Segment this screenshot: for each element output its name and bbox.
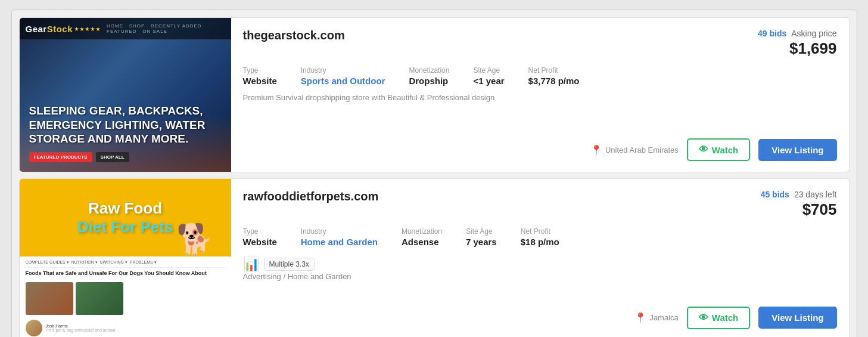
chart-icon-rawfood: 📊 — [243, 256, 259, 272]
attr-siteage-label-rawfood: Site Age — [466, 227, 497, 236]
rawfood-nav: COMPLETE GUIDES ▾ NUTRITION ▾ SWITCHING … — [26, 260, 225, 268]
listing-attrs-gearstock: Type Website Industry Sports and Outdoor… — [243, 66, 837, 86]
location-text-rawfood: Jamaica — [649, 313, 678, 322]
rawfood-article-images — [26, 282, 225, 315]
author-text: Josh HarmsI'm a pet & dog enthusiast and… — [46, 324, 116, 332]
location-text-gearstock: United Arab Emirates — [605, 146, 679, 154]
attr-monetization-label-gearstock: Monetization — [409, 66, 449, 75]
rawfood-top-banner: Raw FoodDiet For Pets 🐕 — [20, 179, 231, 256]
view-listing-button-rawfood[interactable]: View Listing — [758, 307, 836, 329]
shop-all-btn[interactable]: SHOP ALL — [96, 152, 129, 162]
listing-header-rawfood: rawfooddietforpets.com 45 bids 23 days l… — [243, 190, 837, 219]
location-badge-rawfood: 📍 Jamaica — [634, 312, 678, 323]
listing-content-gearstock: thegearstock.com 49 bids Asking price $1… — [231, 18, 849, 172]
rawfood-logo: Raw FoodDiet For Pets — [77, 199, 173, 236]
rawfood-article-title: Foods That are Safe and Unsafe For Our D… — [26, 270, 225, 277]
location-icon-rawfood: 📍 — [634, 312, 646, 323]
attr-siteage-rawfood: Site Age 7 years — [466, 227, 497, 247]
attr-type-value-gearstock: Website — [243, 76, 277, 86]
asking-price-rawfood: $705 — [802, 200, 837, 219]
author-avatar — [26, 320, 42, 336]
listing-image-gearstock: GearStock ★★★★★ HOME SHOP RECENTLY ADDED… — [20, 18, 231, 172]
attr-type-rawfood: Type Website — [243, 227, 277, 247]
attr-type-label-rawfood: Type — [243, 227, 277, 236]
attr-netprofit-gearstock: Net Profit $3,778 p/mo — [528, 66, 580, 86]
listing-footer-rawfood: 📍 Jamaica 👁 Watch View Listing — [243, 307, 837, 329]
attr-type-value-rawfood: Website — [243, 237, 277, 247]
listing-header-gearstock: thegearstock.com 49 bids Asking price $1… — [243, 29, 837, 58]
location-badge-gearstock: 📍 United Arab Emirates — [590, 144, 679, 156]
listing-meta-rawfood: 45 bids 23 days left $705 — [761, 190, 837, 219]
attr-netprofit-rawfood: Net Profit $18 p/mo — [521, 227, 559, 247]
attr-siteage-value-gearstock: <1 year — [473, 76, 504, 86]
attr-type-gearstock: Type Website — [243, 66, 277, 86]
attr-netprofit-label-rawfood: Net Profit — [521, 227, 559, 236]
attr-monetization-rawfood: Monetization Adsense — [402, 227, 442, 247]
listing-headline: SLEEPING GEAR, BACKPACKS, EMERGENCY LIGH… — [29, 104, 222, 146]
listing-card-rawfood: Raw FoodDiet For Pets 🐕 COMPLETE GUIDES … — [19, 178, 850, 337]
asking-price-gearstock: $1,699 — [789, 39, 837, 58]
featured-products-btn[interactable]: FEATURED PRODUCTS — [29, 152, 92, 162]
watch-label-rawfood: Watch — [712, 313, 738, 323]
attr-industry-gearstock: Industry Sports and Outdoor — [301, 66, 385, 86]
attr-monetization-value-gearstock: Dropship — [409, 76, 449, 86]
listing-attrs-rawfood: Type Website Industry Home and Garden Mo… — [243, 227, 837, 247]
bids-line-rawfood: 45 bids 23 days left — [761, 190, 837, 199]
eye-icon-gearstock: 👁 — [699, 144, 708, 155]
attr-type-label-gearstock: Type — [243, 66, 277, 75]
watch-button-gearstock[interactable]: 👁 Watch — [687, 138, 750, 161]
multiple-badge-rawfood: Multiple 3.3x — [264, 258, 315, 271]
rawfood-bottom-content: COMPLETE GUIDES ▾ NUTRITION ▾ SWITCHING … — [20, 256, 231, 337]
brand-stars: ★★★★★ — [74, 26, 101, 32]
bids-line-gearstock: 49 bids Asking price — [758, 29, 837, 38]
attr-industry-value-rawfood: Home and Garden — [301, 237, 378, 247]
rawfood-img-2 — [76, 282, 123, 315]
attr-monetization-label-rawfood: Monetization — [402, 227, 442, 236]
attr-industry-label-gearstock: Industry — [301, 66, 385, 75]
listing-description-gearstock: Premium Survival dropshipping store with… — [243, 93, 837, 102]
brand-logo-gearstock: GearStock — [26, 24, 73, 34]
rawfood-img-1 — [26, 282, 73, 315]
attr-industry-rawfood: Industry Home and Garden — [301, 227, 378, 247]
watch-label-gearstock: Watch — [712, 145, 738, 155]
view-listing-button-gearstock[interactable]: View Listing — [758, 139, 836, 161]
attr-netprofit-label-gearstock: Net Profit — [528, 66, 580, 75]
attr-siteage-value-rawfood: 7 years — [466, 237, 497, 247]
bids-count-gearstock: 49 bids — [758, 29, 786, 38]
listing-title-rawfood: rawfooddietforpets.com — [243, 190, 379, 203]
watch-button-rawfood[interactable]: 👁 Watch — [687, 307, 750, 329]
listings-container: GearStock ★★★★★ HOME SHOP RECENTLY ADDED… — [11, 10, 857, 337]
rawfood-author: Josh HarmsI'm a pet & dog enthusiast and… — [26, 320, 225, 336]
listing-title-gearstock: thegearstock.com — [243, 29, 345, 42]
listing-card-gearstock: GearStock ★★★★★ HOME SHOP RECENTLY ADDED… — [19, 17, 850, 172]
listing-footer-gearstock: 📍 United Arab Emirates 👁 Watch View List… — [243, 138, 837, 161]
asking-label-gearstock: Asking price — [791, 29, 836, 38]
attr-industry-value-gearstock: Sports and Outdoor — [301, 76, 385, 86]
attr-siteage-label-gearstock: Site Age — [473, 66, 504, 75]
listing-image-rawfood: Raw FoodDiet For Pets 🐕 COMPLETE GUIDES … — [20, 179, 231, 337]
eye-icon-rawfood: 👁 — [699, 313, 708, 323]
listing-meta-gearstock: 49 bids Asking price $1,699 — [758, 29, 837, 58]
attr-netprofit-value-rawfood: $18 p/mo — [521, 237, 559, 247]
attr-industry-label-rawfood: Industry — [301, 227, 378, 236]
attr-monetization-value-rawfood: Adsense — [402, 237, 442, 247]
listing-content-rawfood: rawfooddietforpets.com 45 bids 23 days l… — [231, 179, 849, 337]
attr-netprofit-value-gearstock: $3,778 p/mo — [528, 76, 580, 86]
listing-description-rawfood: Advertising / Home and Garden — [243, 272, 837, 281]
attr-monetization-gearstock: Monetization Dropship — [409, 66, 449, 86]
location-icon-gearstock: 📍 — [590, 144, 602, 156]
bids-count-rawfood: 45 bids — [761, 190, 789, 199]
attr-siteage-gearstock: Site Age <1 year — [473, 66, 504, 86]
dog-icon: 🐕 — [176, 222, 213, 256]
days-left-rawfood: 23 days left — [794, 190, 837, 199]
